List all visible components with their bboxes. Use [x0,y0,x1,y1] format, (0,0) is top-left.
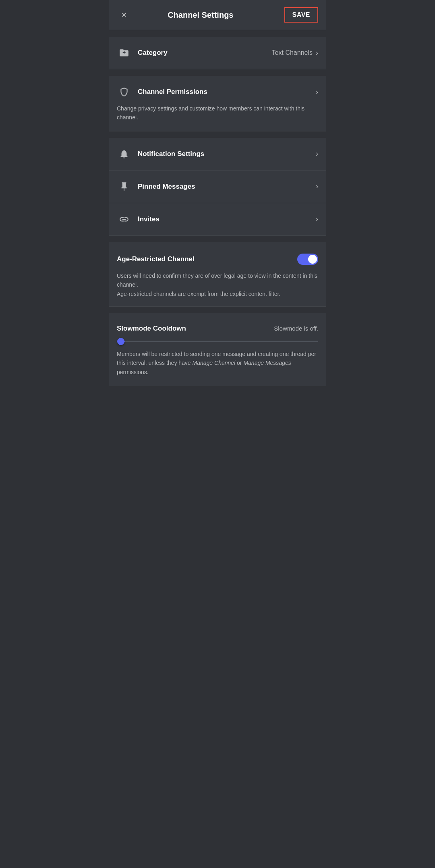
invites-row[interactable]: Invites › [109,203,326,236]
folder-plus-icon [117,46,131,60]
section-divider-top [109,30,326,37]
notification-label: Notification Settings [138,150,312,158]
category-right: Text Channels › [272,49,318,57]
slowmode-slider-track [117,341,318,342]
notification-settings-row[interactable]: Notification Settings › [109,138,326,171]
category-value: Text Channels [272,49,313,56]
slider-thumb[interactable] [117,338,124,345]
category-label: Category [138,49,268,57]
age-restricted-desc-line2: Age-restricted channels are exempt from … [117,291,280,297]
pinned-label: Pinned Messages [138,183,312,191]
slowmode-description: Members will be restricted to sending on… [117,350,318,377]
section-divider-4 [109,307,326,313]
bell-icon [117,147,131,161]
section-divider-3 [109,236,326,242]
invites-label-container: Invites [138,215,312,223]
header: × Channel Settings SAVE [109,0,326,30]
shield-icon [117,85,131,99]
notification-right: › [316,150,318,158]
category-row[interactable]: Category Text Channels › [109,37,326,69]
chevron-right-icon-pinned: › [316,182,318,191]
category-label-container: Category [138,49,268,57]
channel-permissions-label: Channel Permissions [138,88,312,96]
section-divider-1 [109,69,326,76]
slowmode-label: Slowmode Cooldown [117,325,186,333]
channel-permissions-header: Channel Permissions › [117,85,318,99]
pinned-label-container: Pinned Messages [138,183,312,191]
chevron-right-icon: › [316,49,318,57]
toggle-knob [308,255,317,264]
invites-right: › [316,215,318,223]
channel-permissions-row[interactable]: Channel Permissions › Change privacy set… [109,76,326,131]
slowmode-header: Slowmode Cooldown Slowmode is off. [117,325,318,333]
age-restricted-section: Age-Restricted Channel Users will need t… [109,242,326,307]
chevron-right-icon-permissions: › [316,88,318,96]
pinned-messages-row[interactable]: Pinned Messages › [109,171,326,203]
age-restricted-toggle[interactable] [297,254,318,265]
section-divider-2 [109,131,326,138]
slowmode-section: Slowmode Cooldown Slowmode is off. Membe… [109,313,326,386]
chevron-right-icon-invites: › [316,215,318,223]
pin-icon [117,179,131,194]
save-button[interactable]: SAVE [284,7,318,23]
invites-label: Invites [138,215,312,223]
age-restricted-description: Users will need to confirm they are of o… [117,271,318,298]
age-restricted-label: Age-Restricted Channel [117,255,195,263]
age-restricted-row: Age-Restricted Channel [117,254,318,265]
slowmode-value: Slowmode is off. [274,325,318,332]
slowmode-desc-text: Members will be restricted to sending on… [117,351,316,375]
settings-content: Category Text Channels › Channel Permiss… [109,30,326,386]
permissions-chevron-container: › [316,88,318,96]
link-icon [117,212,131,227]
page-title: Channel Settings [117,10,284,20]
pinned-right: › [316,182,318,191]
channel-permissions-description: Change privacy settings and customize ho… [117,104,318,122]
notification-label-container: Notification Settings [138,150,312,158]
age-restricted-desc-line1: Users will need to confirm they are of o… [117,273,317,288]
chevron-right-icon-notification: › [316,150,318,158]
